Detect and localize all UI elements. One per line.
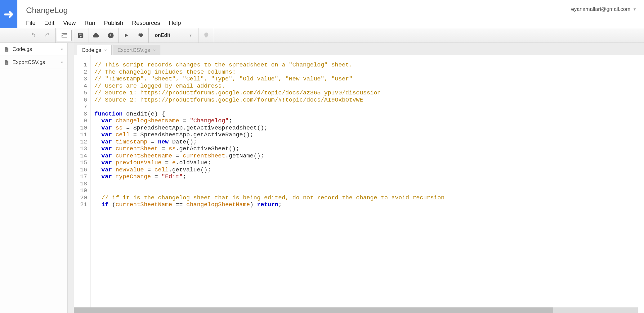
file-menu-icon[interactable]: ▼ [60,48,64,51]
menu-view[interactable]: View [63,20,76,26]
function-name: onEdit [155,33,170,38]
menu-edit[interactable]: Edit [44,20,55,26]
scrollbar-thumb[interactable] [74,307,553,313]
line-gutter: 123456789101112131415161718192021 [74,55,91,307]
menu-help[interactable]: Help [169,20,181,26]
arrow-right-icon: ➜ [3,7,14,21]
close-icon[interactable]: × [104,48,107,53]
file-menu-icon[interactable]: ▼ [60,61,64,64]
indent-button[interactable] [57,30,72,41]
file-sidebar: Code.gs▼ExportCSV.gs▼ [0,43,68,313]
menu-file[interactable]: File [26,20,36,26]
tab-label: Code.gs [82,47,101,53]
menu-bar: FileEditViewRunPublishResourcesHelp [26,20,644,26]
file-icon [4,59,9,66]
file-item[interactable]: ExportCSV.gs▼ [0,56,67,69]
redo-button[interactable] [40,28,55,43]
triggers-button[interactable] [103,28,118,43]
dropdown-icon: ▼ [633,7,637,11]
code-editor[interactable]: 123456789101112131415161718192021 // Thi… [74,55,644,307]
horizontal-scrollbar[interactable] [74,307,638,313]
file-item[interactable]: Code.gs▼ [0,43,67,56]
editor-tab[interactable]: Code.gs× [77,45,112,55]
function-selector[interactable]: onEdit ▼ [149,28,199,43]
file-name: ExportCSV.gs [12,59,45,66]
menu-resources[interactable]: Resources [132,20,160,26]
help-bulb-button[interactable] [199,28,214,43]
undo-button[interactable] [25,28,40,43]
run-button[interactable] [119,28,133,43]
editor-tabs: Code.gs×ExportCSV.gs× [74,43,644,55]
user-account[interactable]: eyanamallari@gmail.com ▼ [571,6,637,12]
apps-script-logo[interactable]: ➜ [0,0,17,28]
file-icon [4,46,9,52]
debug-button[interactable] [133,28,148,43]
toolbar: onEdit ▼ [0,28,644,43]
user-email: eyanamallari@gmail.com [571,6,630,12]
project-title[interactable]: ChangeLog [26,6,644,15]
tab-label: ExportCSV.gs [118,47,150,53]
save-button[interactable] [73,28,88,43]
dropdown-icon: ▼ [189,34,192,37]
deploy-button[interactable] [88,28,103,43]
close-icon[interactable]: × [153,48,156,53]
code-content[interactable]: // This script records changes to the sp… [91,55,644,307]
menu-run[interactable]: Run [84,20,95,26]
file-name: Code.gs [12,46,32,52]
sidebar-collapse-handle[interactable] [68,43,74,313]
editor-tab[interactable]: ExportCSV.gs× [113,45,160,55]
menu-publish[interactable]: Publish [104,20,123,26]
